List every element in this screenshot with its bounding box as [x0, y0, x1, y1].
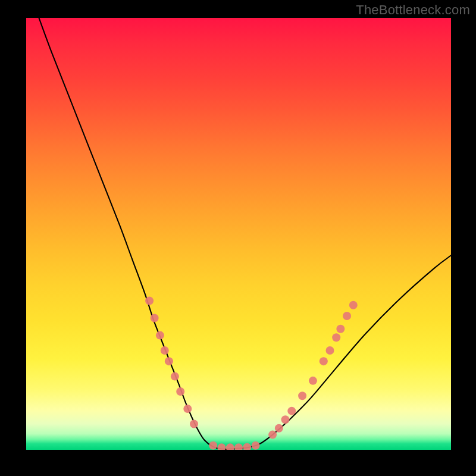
- data-marker: [190, 419, 198, 428]
- plot-area: [26, 18, 451, 450]
- data-marker: [309, 377, 317, 385]
- data-marker: [298, 392, 306, 400]
- curve-layer: [26, 18, 451, 450]
- data-marker: [332, 333, 340, 342]
- data-marker: [176, 387, 184, 396]
- data-marker: [343, 312, 351, 320]
- data-marker: [151, 314, 159, 322]
- data-marker: [320, 357, 328, 365]
- data-marker: [165, 357, 173, 365]
- marker-group: [145, 297, 358, 450]
- data-marker: [217, 443, 226, 450]
- watermark-text: TheBottleneck.com: [356, 2, 470, 18]
- data-marker: [156, 331, 164, 340]
- data-marker: [336, 325, 345, 333]
- data-marker: [161, 346, 169, 355]
- data-marker: [268, 431, 277, 439]
- chart-stage: TheBottleneck.com: [0, 0, 476, 476]
- data-marker: [145, 297, 154, 305]
- data-marker: [226, 443, 234, 450]
- data-marker: [209, 441, 217, 450]
- data-marker: [243, 443, 251, 450]
- data-marker: [287, 407, 296, 415]
- data-marker: [281, 415, 290, 424]
- data-marker: [349, 301, 358, 309]
- data-marker: [252, 441, 260, 450]
- data-marker: [183, 405, 192, 413]
- data-marker: [326, 346, 334, 355]
- data-marker: [171, 372, 179, 381]
- bottleneck-curve: [39, 18, 451, 449]
- data-marker: [234, 443, 243, 450]
- data-marker: [275, 424, 283, 433]
